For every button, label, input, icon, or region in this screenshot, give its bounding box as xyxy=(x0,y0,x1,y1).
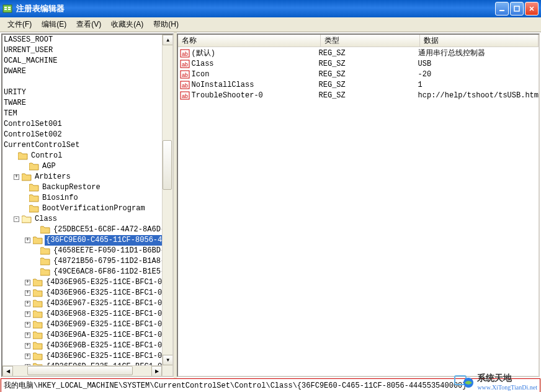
tree-label: BootVerificationProgram xyxy=(41,203,146,214)
tree-item[interactable]: +{4D36E96C-E325-11CE-BFC1-08002BE10318} xyxy=(2,351,172,362)
tree-item[interactable]: CurrentControlSet xyxy=(2,140,172,151)
list-row[interactable]: abIconREG_SZ-20 xyxy=(178,69,539,79)
list-row[interactable]: abClassREG_SZUSB xyxy=(178,58,539,69)
expander-icon[interactable]: + xyxy=(25,354,30,359)
tree-item[interactable]: +{4D36E969-E325-11CE-BFC1-08002BE10318} xyxy=(2,319,172,330)
svg-text:ab: ab xyxy=(182,82,188,89)
list-header: 名称 类型 数据 xyxy=(178,35,539,47)
tree-item[interactable]: ControlSet002 xyxy=(2,130,172,140)
value-data: 通用串行总线控制器 xyxy=(418,48,539,58)
tree-label: {4D36E967-E325-11CE-BFC1-08002BE10318} xyxy=(45,298,172,309)
tree-label: Biosinfo xyxy=(41,193,79,203)
value-name: TroubleShooter-0 xyxy=(192,91,319,100)
close-button[interactable] xyxy=(525,2,539,16)
tree-item[interactable]: +{4D36E96A-E325-11CE-BFC1-08002BE10318} xyxy=(2,330,172,341)
tree-label: LASSES_ROOT xyxy=(2,35,54,45)
list-row[interactable]: abTroubleShooter-0REG_SZhcp://help/tshoo… xyxy=(178,90,539,100)
tree-label: {4D36E968-E325-11CE-BFC1-08002BE10318} xyxy=(45,309,172,319)
tree-item[interactable]: DWARE xyxy=(2,66,172,77)
tree-label: ControlSet002 xyxy=(2,130,63,140)
tree-item[interactable]: AGP xyxy=(2,161,172,172)
menu-file[interactable]: 文件(F) xyxy=(2,17,37,32)
value-name: Class xyxy=(192,60,319,68)
app-icon xyxy=(2,4,12,14)
scroll-up-button[interactable]: ▲ xyxy=(163,35,173,45)
menu-view[interactable]: 查看(V) xyxy=(71,17,106,32)
tree-item[interactable]: +{4D36E967-E325-11CE-BFC1-08002BE10318} xyxy=(2,298,172,309)
expander-icon[interactable]: + xyxy=(14,174,19,180)
tree-label: ControlSet001 xyxy=(2,119,63,130)
tree-item[interactable]: {25DBCE51-6C8F-4A72-8A6D-B54C2B4FC835} xyxy=(2,225,172,235)
scroll-left-button[interactable]: ◀ xyxy=(2,366,13,376)
tree-item[interactable]: +Arbiters xyxy=(2,172,172,182)
tree-label: TWARE xyxy=(2,98,27,109)
tree-item[interactable]: TWARE xyxy=(2,98,172,109)
tree-item[interactable]: +{4D36E966-E325-11CE-BFC1-08002BE10318} xyxy=(2,288,172,298)
expander-icon[interactable]: + xyxy=(25,280,30,285)
expander-icon[interactable]: + xyxy=(25,311,30,317)
tree-item[interactable]: +{4D36E968-E325-11CE-BFC1-08002BE10318} xyxy=(2,309,172,319)
tree-label: URITY xyxy=(2,87,27,98)
col-name[interactable]: 名称 xyxy=(178,35,321,47)
tree-item[interactable]: BootVerificationProgram xyxy=(2,203,172,214)
scroll-right-button[interactable]: ▶ xyxy=(151,366,162,376)
list-row[interactable]: abNoInstallClassREG_SZ1 xyxy=(178,79,539,90)
maximize-button[interactable] xyxy=(510,2,524,16)
tree-label: {4D36E96A-E325-11CE-BFC1-08002BE10318} xyxy=(45,330,172,341)
tree-item[interactable]: URITY xyxy=(2,87,172,98)
scroll-thumb[interactable] xyxy=(163,140,172,190)
value-list[interactable]: ab(默认)REG_SZ通用串行总线控制器abClassREG_SZUSBabI… xyxy=(178,47,539,100)
expander-icon[interactable]: - xyxy=(14,216,19,222)
tree-item[interactable]: OCAL_MACHINE xyxy=(2,56,172,66)
tree-item[interactable]: Biosinfo xyxy=(2,193,172,203)
expander-icon[interactable]: + xyxy=(25,238,30,243)
expander-icon[interactable]: + xyxy=(25,322,30,327)
expander-icon[interactable]: + xyxy=(25,290,30,296)
tree-item[interactable]: ControlSet001 xyxy=(2,119,172,130)
menu-favorites[interactable]: 收藏夹(A) xyxy=(106,17,148,32)
svg-rect-3 xyxy=(8,7,11,8)
expander-icon[interactable]: + xyxy=(25,343,30,349)
expander-icon[interactable]: + xyxy=(25,301,30,306)
tree-item[interactable]: +{4D36E965-E325-11CE-BFC1-08002BE10318} xyxy=(2,277,172,288)
tree-label: DWARE xyxy=(2,66,27,77)
expander-icon[interactable]: + xyxy=(25,332,30,338)
menu-help[interactable]: 帮助(H) xyxy=(148,17,184,32)
tree-label: {4D36E966-E325-11CE-BFC1-08002BE10318} xyxy=(45,288,172,298)
menubar: 文件(F) 编辑(E) 查看(V) 收藏夹(A) 帮助(H) xyxy=(0,17,541,32)
tree-item[interactable]: -Class xyxy=(2,214,172,225)
scroll-down-button[interactable]: ▼ xyxy=(163,355,173,365)
tree-label: URRENT_USER xyxy=(2,45,54,56)
tree-item[interactable]: +{4D36E96B-E325-11CE-BFC1-08002BE10318} xyxy=(2,341,172,351)
tree-vscrollbar[interactable]: ▲ ▼ xyxy=(162,35,172,376)
value-data: USB xyxy=(418,60,539,68)
svg-rect-1 xyxy=(4,7,7,8)
registry-tree[interactable]: LASSES_ROOTURRENT_USEROCAL_MACHINEDWAREU… xyxy=(2,35,172,372)
window-controls xyxy=(495,2,539,16)
tree-label: {4658EE7E-F050-11D1-B6BD-00C04FA372A7} xyxy=(52,246,172,256)
menu-edit[interactable]: 编辑(E) xyxy=(37,17,71,32)
scroll-thumb[interactable] xyxy=(27,366,133,375)
tree-item[interactable]: BackupRestore xyxy=(2,182,172,193)
tree-item[interactable]: +{36FC9E60-C465-11CF-8056-444553540000} xyxy=(2,235,172,246)
value-name: NoInstallClass xyxy=(192,81,319,89)
registry-tree-panel: LASSES_ROOTURRENT_USEROCAL_MACHINEDWAREU… xyxy=(1,33,174,377)
col-data[interactable]: 数据 xyxy=(420,35,539,47)
col-type[interactable]: 类型 xyxy=(321,35,420,47)
tree-item[interactable]: URRENT_USER xyxy=(2,45,172,56)
minimize-button[interactable] xyxy=(495,2,509,16)
tree-label: {4D36E969-E325-11CE-BFC1-08002BE10318} xyxy=(45,319,172,330)
svg-rect-5 xyxy=(499,10,504,11)
list-row[interactable]: ab(默认)REG_SZ通用串行总线控制器 xyxy=(178,48,539,58)
tree-item[interactable]: {49CE6AC8-6F86-11D2-B1E5-0080C72E74A2} xyxy=(2,267,172,277)
tree-hscrollbar[interactable]: ◀ ▶ xyxy=(2,365,162,376)
value-data: 1 xyxy=(418,81,539,89)
tree-item[interactable] xyxy=(2,77,172,87)
tree-item[interactable]: LASSES_ROOT xyxy=(2,35,172,45)
svg-text:ab: ab xyxy=(182,61,188,68)
tree-item[interactable]: {4658EE7E-F050-11D1-B6BD-00C04FA372A7} xyxy=(2,246,172,256)
tree-item[interactable]: TEM xyxy=(2,109,172,119)
tree-item[interactable]: Control xyxy=(2,151,172,161)
tree-label: {4D36E96B-E325-11CE-BFC1-08002BE10318} xyxy=(45,341,172,351)
tree-item[interactable]: {48721B56-6795-11D2-B1A8-0080C72E74A2} xyxy=(2,256,172,267)
